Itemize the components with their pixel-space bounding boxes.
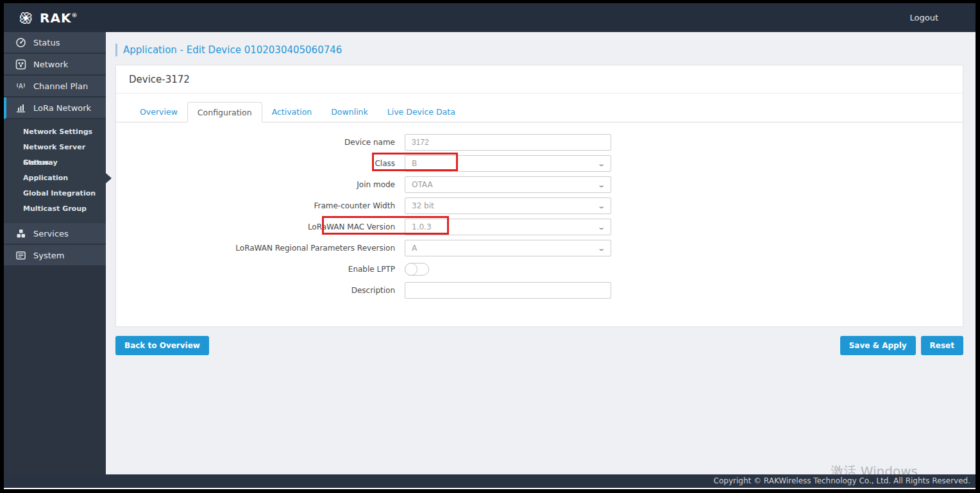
- form-row-device-name: Device name: [116, 134, 963, 151]
- tab-configuration[interactable]: Configuration: [187, 102, 262, 122]
- device-name-input[interactable]: [405, 134, 611, 151]
- sidebar-item-status[interactable]: Status: [4, 32, 106, 54]
- enable-lptp-toggle[interactable]: [405, 263, 429, 276]
- network-icon: [15, 59, 26, 70]
- rak-pinwheel-logo-icon: ֍: [18, 10, 35, 26]
- description-label: Description: [116, 286, 405, 295]
- form-row-frame-counter-width: Frame-counter Width 32 bit ⌄: [116, 197, 963, 214]
- svg-text:A: A: [19, 83, 23, 90]
- bar-chart-icon: [15, 103, 26, 113]
- sidebar-item-services[interactable]: Services: [4, 223, 106, 245]
- sidebar-item-channel-plan[interactable]: A Channel Plan: [4, 76, 106, 97]
- class-select[interactable]: B ⌄: [405, 155, 611, 172]
- join-mode-select[interactable]: OTAA ⌄: [405, 176, 611, 193]
- frame-counter-width-label: Frame-counter Width: [116, 201, 405, 210]
- submenu-item-multicast-group[interactable]: Multicast Group: [4, 201, 106, 217]
- device-card: Device-3172 Overview Configuration Activ…: [115, 65, 963, 327]
- app-frame: ֍ RAK® Logout Status Network A: [4, 3, 976, 489]
- tab-strip: Overview Configuration Activation Downli…: [116, 102, 963, 122]
- active-submenu-notch: [106, 173, 112, 183]
- form-row-class: Class B ⌄: [116, 155, 963, 172]
- tab-live-device-data[interactable]: Live Device Data: [378, 102, 465, 122]
- tab-overview[interactable]: Overview: [130, 102, 187, 122]
- back-to-overview-button[interactable]: Back to Overview: [115, 336, 209, 355]
- mac-version-select-value: 1.0.3: [412, 222, 432, 231]
- title-accent-bar: [115, 44, 117, 56]
- logout-button[interactable]: Logout: [909, 13, 938, 22]
- regional-parameters-label: LoRaWAN Regional Parameters Reversion: [116, 244, 405, 253]
- chevron-down-icon: ⌄: [597, 181, 605, 188]
- frame-counter-width-select[interactable]: 32 bit ⌄: [405, 197, 611, 214]
- form-row-join-mode: Join mode OTAA ⌄: [116, 176, 963, 193]
- chevron-down-icon: ⌄: [597, 224, 605, 231]
- windows-activation-watermark: 激活 Windows 转到“设置”以激活 Windows。: [831, 463, 946, 474]
- server-icon: [15, 250, 26, 261]
- submenu-item-network-server-status[interactable]: Network Server Status: [4, 140, 106, 155]
- enable-lptp-label: Enable LPTP: [116, 265, 405, 274]
- sidebar: Status Network A Channel Plan LoRa Netwo…: [4, 32, 106, 474]
- class-select-value: B: [412, 159, 417, 168]
- sidebar-item-label: Channel Plan: [33, 81, 88, 91]
- form-row-enable-lptp: Enable LPTP: [116, 261, 963, 278]
- toggle-knob: [405, 263, 418, 276]
- class-label: Class: [116, 159, 405, 168]
- action-buttons-row: Back to Overview Save & Apply Reset: [115, 336, 963, 355]
- registered-mark: ®: [71, 12, 78, 19]
- chevron-down-icon: ⌄: [597, 203, 605, 210]
- top-bar: ֍ RAK® Logout: [4, 3, 976, 32]
- sidebar-item-network[interactable]: Network: [4, 54, 106, 76]
- frame-counter-width-select-value: 32 bit: [412, 201, 434, 210]
- content-area: Application - Edit Device 01020304050607…: [106, 32, 976, 474]
- sidebar-item-label: Status: [33, 38, 60, 47]
- submenu-item-gateway[interactable]: Gateway: [4, 155, 106, 171]
- submenu-item-label: Application: [23, 174, 68, 182]
- antenna-icon: A: [15, 81, 26, 92]
- page-title-row: Application - Edit Device 01020304050607…: [115, 44, 976, 56]
- cubes-icon: [15, 228, 26, 239]
- submenu-item-application[interactable]: Application: [4, 171, 106, 186]
- regional-parameters-select[interactable]: A ⌄: [405, 240, 611, 256]
- reset-button[interactable]: Reset: [921, 336, 963, 355]
- join-mode-select-value: OTAA: [412, 180, 433, 189]
- bottom-divider-line: [4, 488, 976, 489]
- device-name-label: Device name: [116, 138, 405, 147]
- join-mode-label: Join mode: [116, 180, 405, 189]
- right-button-group: Save & Apply Reset: [840, 336, 963, 355]
- sidebar-item-label: LoRa Network: [33, 103, 91, 113]
- lora-network-submenu: Network Settings Network Server Status G…: [4, 119, 106, 223]
- mac-version-label: LoRaWAN MAC Version: [116, 222, 405, 231]
- page-title: Application - Edit Device 01020304050607…: [123, 44, 342, 56]
- chevron-down-icon: ⌄: [597, 245, 605, 252]
- form-row-mac-version: LoRaWAN MAC Version 1.0.3 ⌄: [116, 219, 963, 235]
- sidebar-item-label: System: [33, 251, 64, 260]
- device-card-title: Device-3172: [116, 65, 963, 94]
- form-row-regional-parameters: LoRaWAN Regional Parameters Reversion A …: [116, 240, 963, 256]
- sidebar-item-lora-network[interactable]: LoRa Network: [4, 97, 106, 119]
- brand-name: RAK®: [40, 10, 78, 26]
- save-apply-button[interactable]: Save & Apply: [840, 336, 916, 355]
- description-input[interactable]: [405, 282, 611, 299]
- chevron-down-icon: ⌄: [597, 160, 605, 167]
- configuration-form: Device name Class B ⌄ Join mode: [116, 122, 963, 326]
- watermark-line1: 激活 Windows: [831, 463, 946, 474]
- submenu-item-global-integration[interactable]: Global Integration: [4, 186, 106, 201]
- mac-version-select[interactable]: 1.0.3 ⌄: [405, 219, 611, 235]
- gauge-icon: [15, 37, 26, 48]
- tab-activation[interactable]: Activation: [262, 102, 322, 122]
- sidebar-item-system[interactable]: System: [4, 245, 106, 267]
- regional-parameters-select-value: A: [412, 244, 417, 253]
- sidebar-item-label: Services: [33, 229, 69, 238]
- tab-downlink[interactable]: Downlink: [321, 102, 378, 122]
- footer-copyright: Copyright © RAKWireless Technology Co., …: [4, 474, 976, 488]
- form-row-description: Description: [116, 282, 963, 299]
- sidebar-item-label: Network: [33, 60, 68, 69]
- submenu-item-network-settings[interactable]: Network Settings: [4, 124, 106, 140]
